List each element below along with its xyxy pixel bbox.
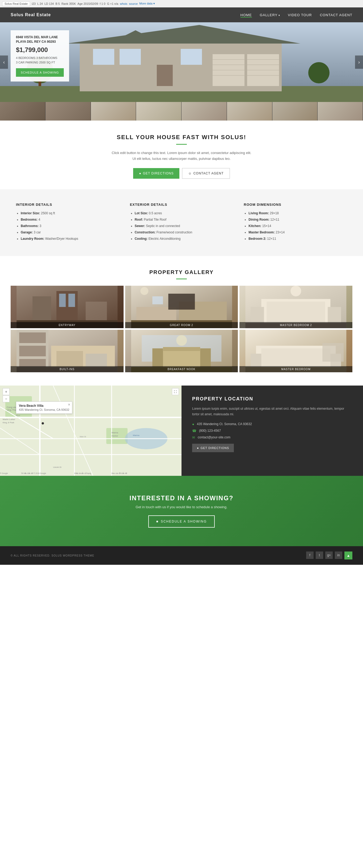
map-popup-address: 435 Wandering Ct. Sonoma, CA 93632	[19, 408, 69, 411]
scroll-to-top-button[interactable]: ▲	[344, 552, 352, 559]
thumbnail-1[interactable]	[0, 102, 46, 121]
showing-section: INTERESTED IN A SHOWING? Get in touch wi…	[0, 476, 363, 546]
nav-home[interactable]: HOME	[241, 13, 252, 18]
phone-icon: ☎	[192, 429, 196, 433]
thumbnail-4[interactable]	[136, 102, 182, 121]
hero-prev-arrow[interactable]: ‹	[0, 56, 8, 69]
details-grid: INTERIOR DETAILS Interior Size: 2500 sq …	[16, 203, 347, 243]
svg-rect-66	[323, 343, 344, 362]
svg-text:Điều khoản sử dụng: Điều khoản sử dụng	[75, 472, 91, 474]
thumbnail-6[interactable]	[227, 102, 272, 121]
svg-point-59	[176, 335, 187, 346]
map-zoom-in-button[interactable]: +	[3, 388, 9, 395]
linkedin-social-button[interactable]: in	[335, 552, 342, 559]
svg-text:King Jr Park: King Jr Park	[3, 422, 15, 424]
svg-rect-51	[86, 354, 107, 367]
google-plus-social-button[interactable]: g+	[325, 552, 333, 559]
thumbnail-2[interactable]	[46, 102, 91, 121]
gallery-item-built-ins[interactable]: BUILT-INS	[11, 330, 123, 372]
map-background: Cong vien Ving Thai Martin Luther King J…	[0, 385, 182, 476]
gallery-item-great-room[interactable]: GREAT ROOM 2	[125, 286, 238, 328]
gallery-img-master-bedroom	[240, 330, 352, 372]
map-popup-close-button[interactable]: ✕	[68, 403, 71, 406]
room-item-5: Bedroom 2: 12×11	[249, 236, 347, 241]
map-popup-title: Vera Beach Villa	[19, 404, 69, 408]
exterior-heading: EXTERIOR DETAILS	[130, 203, 233, 207]
browser-more-link[interactable]: More data ▾	[139, 2, 155, 5]
map-expand-button[interactable]: ⛶	[172, 388, 179, 395]
svg-rect-25	[59, 294, 66, 307]
map-zoom-out-button[interactable]: −	[3, 395, 9, 402]
showing-heading: INTERESTED IN A SHOWING?	[11, 494, 352, 502]
contact-agent-button[interactable]: ☺ CONTACT AGENT	[182, 168, 230, 179]
gallery-label-entryway: ENTRYWAY	[11, 322, 123, 328]
exterior-list: Lot Size: 0.5 acres Roof: Partial Tile R…	[130, 211, 233, 241]
gallery-item-master-bedroom[interactable]: MASTER BEDROOM	[240, 330, 352, 372]
browser-metric-7: f 1 0	[100, 2, 105, 5]
exterior-item-5: Cooling: Electric Airconditioning	[135, 236, 233, 241]
directions-icon: ●	[197, 446, 199, 450]
interior-item-5: Laundry Room: Washer/Dryer Hookups	[21, 236, 119, 241]
map-pin: ●	[41, 420, 45, 426]
footer-social: f t g+ in ▲	[306, 552, 352, 559]
location-info: PROPERTY LOCATION Lorem ipsum turpis eni…	[182, 385, 363, 476]
svg-point-22	[308, 62, 330, 83]
gallery-img-entryway	[11, 286, 123, 328]
gallery-img-great-room	[125, 286, 238, 328]
location-phone-text: (800) 123-4567	[199, 429, 221, 433]
room-details-col: ROOM DIMENSIONS Living Room: 29×18 Dinin…	[244, 203, 347, 243]
svg-rect-50	[56, 351, 83, 367]
thumbnail-3[interactable]	[91, 102, 136, 121]
facebook-social-button[interactable]: f	[306, 552, 313, 559]
map-controls: + −	[3, 388, 9, 402]
schedule-showing-hero-button[interactable]: SCHEDULE A SHOWING	[16, 68, 64, 77]
browser-tab[interactable]: Solus Real Estate	[2, 1, 30, 6]
room-item-2: Dining Room: 12×11	[249, 217, 347, 222]
gallery-item-master-bedroom-2[interactable]: MASTER BEDROOM 2	[240, 286, 352, 328]
browser-whois-link[interactable]: whois	[120, 2, 127, 5]
location-address-text: 435 Wandering Ct. Sonoma, CA 93632	[197, 422, 252, 426]
location-phone-detail: ☎ (800) 123-4567	[192, 429, 352, 433]
nav-contact-agent[interactable]: CONTACT AGENT	[320, 13, 352, 17]
interior-item-4: Garage: 3 car	[21, 230, 119, 235]
interior-heading: INTERIOR DETAILS	[16, 203, 119, 207]
showing-schedule-button[interactable]: ■ SCHEDULE A SHOWING	[148, 516, 215, 528]
browser-source-link[interactable]: source	[129, 2, 138, 5]
person-icon: ☺	[188, 172, 192, 175]
svg-rect-19	[181, 49, 202, 65]
svg-rect-55	[158, 351, 205, 367]
location-body: Lorem ipsum turpis enim, suscipit ut ult…	[192, 406, 352, 417]
svg-text:Blvd: Blvd	[16, 414, 20, 416]
gallery-grid: ENTRYWAY	[11, 286, 352, 372]
svg-rect-63	[261, 348, 331, 367]
location-heading: PROPERTY LOCATION	[192, 396, 352, 402]
gallery-item-breakfast-nook[interactable]: BREAKFAST NOOK	[125, 330, 238, 372]
thumbnail-7[interactable]	[272, 102, 318, 121]
navbar-brand[interactable]: Solus Real Estate	[11, 12, 51, 17]
svg-text:Ving Thai: Ving Thai	[7, 409, 17, 411]
svg-text:Lincoln Dr: Lincoln Dr	[53, 466, 62, 468]
exterior-item-2: Roof: Partial Tile Roof	[135, 217, 233, 222]
nav-gallery[interactable]: GALLERY	[260, 13, 278, 17]
hero-next-arrow[interactable]: ›	[355, 56, 363, 69]
exterior-details-col: EXTERIOR DETAILS Lot Size: 0.5 acres Roo…	[130, 203, 233, 243]
location-get-directions-button[interactable]: ● GET DIRECTIONS	[192, 444, 234, 452]
gallery-item-entryway[interactable]: ENTRYWAY	[11, 286, 123, 328]
svg-rect-34	[152, 296, 163, 304]
svg-point-36	[140, 287, 148, 295]
thumbnail-5[interactable]	[182, 102, 227, 121]
nav-video-tour[interactable]: VIDEO TOUR	[288, 13, 312, 17]
room-list: Living Room: 29×18 Dining Room: 12×11 Ki…	[244, 211, 347, 241]
svg-text:Martin Luther: Martin Luther	[3, 418, 15, 421]
get-directions-button[interactable]: ● GET DIRECTIONS	[133, 168, 179, 179]
svg-point-43	[291, 286, 301, 296]
room-item-1: Living Room: 29×18	[249, 211, 347, 216]
browser-metric-8: G +1 n/a	[107, 2, 118, 5]
hero-section: 6948 VISTA DEL MAR LANE PLAYA DEL REY CA…	[0, 22, 363, 102]
twitter-social-button[interactable]: t	[316, 552, 323, 559]
interior-list: Interior Size: 2500 sq ft Bedrooms: 4 Ba…	[16, 211, 119, 241]
exterior-item-1: Lot Size: 0.5 acres	[135, 211, 233, 216]
thumbnail-8[interactable]	[317, 102, 363, 121]
showing-body: Get in touch with us if you would like t…	[11, 505, 352, 509]
map-container[interactable]: Cong vien Ving Thai Martin Luther King J…	[0, 385, 182, 476]
